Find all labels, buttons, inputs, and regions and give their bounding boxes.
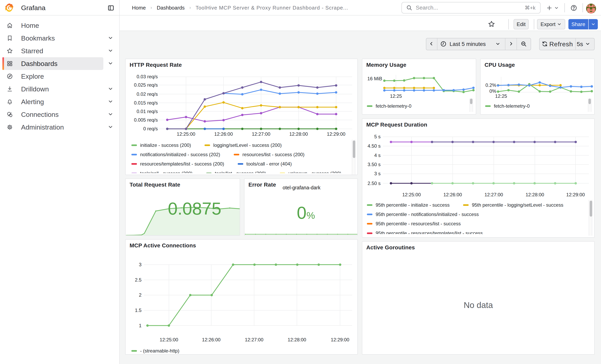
svg-text:12:26:00: 12:26:00 xyxy=(202,337,220,342)
svg-text:12:26:00: 12:26:00 xyxy=(443,192,462,197)
svg-text:2.5: 2.5 xyxy=(135,277,141,283)
svg-text:3: 3 xyxy=(139,262,141,267)
svg-text:12:25:00: 12:25:00 xyxy=(402,192,421,197)
svg-text:0 req/s: 0 req/s xyxy=(143,126,158,131)
svg-text:12:25:00: 12:25:00 xyxy=(160,337,178,342)
svg-text:0.015 req/s: 0.015 req/s xyxy=(134,100,158,106)
svg-text:12:28:00: 12:28:00 xyxy=(289,131,308,137)
svg-text:3 s: 3 s xyxy=(374,171,381,176)
svg-text:0.005 req/s: 0.005 req/s xyxy=(134,117,158,123)
svg-text:12:29:00: 12:29:00 xyxy=(566,192,585,197)
svg-text:12:25: 12:25 xyxy=(390,93,402,99)
svg-text:16 MiB: 16 MiB xyxy=(367,76,382,81)
svg-text:12:26:00: 12:26:00 xyxy=(214,131,233,137)
svg-text:2: 2 xyxy=(139,292,141,298)
svg-text:12:25:00: 12:25:00 xyxy=(177,131,195,137)
svg-text:3.50 s: 3.50 s xyxy=(368,162,381,167)
svg-text:4.50 s: 4.50 s xyxy=(368,143,381,149)
svg-text:12:29:00: 12:29:00 xyxy=(331,337,349,342)
svg-text:0.025 req/s: 0.025 req/s xyxy=(134,82,158,88)
svg-text:12:29:00: 12:29:00 xyxy=(327,131,345,137)
svg-text:12:27:00: 12:27:00 xyxy=(252,131,270,137)
svg-text:12:28:00: 12:28:00 xyxy=(288,337,306,342)
svg-text:1: 1 xyxy=(139,323,141,328)
svg-text:1.5: 1.5 xyxy=(135,308,141,313)
svg-text:12:27:00: 12:27:00 xyxy=(245,337,263,342)
svg-text:0%: 0% xyxy=(490,89,496,94)
svg-text:12:25: 12:25 xyxy=(495,93,507,99)
svg-text:12:27:00: 12:27:00 xyxy=(485,192,503,197)
svg-text:0.02 req/s: 0.02 req/s xyxy=(137,91,158,97)
svg-text:2.50 s: 2.50 s xyxy=(368,181,381,186)
svg-text:0.01 req/s: 0.01 req/s xyxy=(137,109,158,114)
svg-text:12:28:00: 12:28:00 xyxy=(525,192,544,197)
svg-text:5 s: 5 s xyxy=(374,134,381,139)
svg-text:0.03 req/s: 0.03 req/s xyxy=(137,74,158,79)
svg-text:0.2%: 0.2% xyxy=(485,82,496,88)
svg-text:4 s: 4 s xyxy=(374,153,381,158)
